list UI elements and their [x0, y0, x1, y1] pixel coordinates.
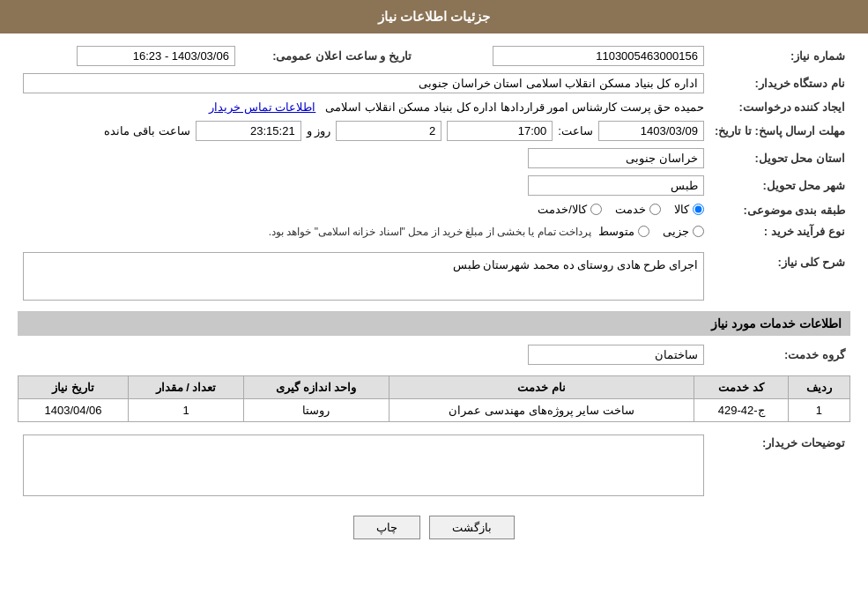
- category-radio-group: کالا خدمت کالا/خدمت: [538, 203, 704, 216]
- services-table: ردیف کد خدمت نام خدمت واحد اندازه گیری ت…: [18, 375, 850, 422]
- col-quantity: تعداد / مقدار: [129, 376, 244, 399]
- province-input: خراسان جنوبی: [528, 148, 704, 168]
- city-input: طبس: [528, 175, 704, 196]
- category-options: کالا خدمت کالا/خدمت: [18, 199, 709, 221]
- purchase-radio-motavasset[interactable]: [638, 226, 649, 237]
- buyer-notes-label: توضیحات خریدار:: [709, 431, 850, 502]
- city-value: طبس: [18, 172, 709, 199]
- table-row: 1ج-42-429ساخت سایر پروژه‌های مهندسی عمرا…: [19, 399, 850, 422]
- deadline-label: مهلت ارسال پاسخ: تا تاریخ:: [709, 117, 850, 145]
- buttons-row: بازگشت چاپ: [18, 516, 850, 539]
- col-code: کد خدمت: [694, 376, 788, 399]
- description-text: اجرای طرح هادی روستای ده محمد شهرستان طب…: [453, 258, 698, 271]
- city-label: شهر محل تحویل:: [709, 172, 850, 199]
- back-button[interactable]: بازگشت: [429, 516, 515, 539]
- service-group-value: ساختمان: [18, 341, 709, 368]
- services-section-header: اطلاعات خدمات مورد نیاز: [18, 311, 850, 336]
- category-option-kala-khadamat: کالا/خدمت: [538, 203, 602, 216]
- purchase-label-jozee: جزیی: [663, 225, 689, 238]
- contact-link[interactable]: اطلاعات تماس خریدار: [209, 100, 315, 114]
- category-label-khadamat: خدمت: [615, 203, 646, 216]
- col-row: ردیف: [788, 376, 849, 399]
- page-header: جزئیات اطلاعات نیاز: [0, 0, 868, 33]
- buyer-org-input: اداره کل بنیاد مسکن انقلاب اسلامی استان …: [23, 73, 704, 93]
- category-radio-khadamat[interactable]: [649, 204, 661, 215]
- deadline-date: 1403/03/09: [598, 121, 704, 141]
- purchase-type-row: جزیی متوسط پرداخت تمام یا بخشی از مبلغ خ…: [18, 221, 709, 241]
- announcement-date-label: تاریخ و ساعت اعلان عمومی:: [241, 42, 417, 70]
- creator-value: حمیده حق پرست کارشناس امور قراردادها ادا…: [18, 97, 709, 117]
- need-number-value: 1103005463000156: [417, 42, 709, 70]
- purchase-radio-group: جزیی متوسط: [598, 225, 704, 238]
- category-radio-kala[interactable]: [693, 204, 704, 215]
- service-group-table: گروه خدمت: ساختمان: [18, 341, 850, 368]
- remaining-time: 23:15:21: [196, 121, 301, 141]
- deadline-row: 1403/03/09 ساعت: 17:00 2 روز و 23:15:21 …: [18, 117, 709, 145]
- deadline-time-label: ساعت:: [558, 124, 593, 137]
- service-group-label: گروه خدمت:: [709, 341, 850, 368]
- buyer-notes-table: توضیحات خریدار:: [18, 431, 850, 502]
- category-label-kala: کالا: [674, 203, 689, 216]
- buyer-notes-value-cell: [18, 431, 709, 502]
- description-table: شرح کلی نیاز: اجرای طرح هادی روستای ده م…: [18, 249, 850, 304]
- purchase-option-jozee: جزیی: [663, 225, 704, 238]
- description-value-cell: اجرای طرح هادی روستای ده محمد شهرستان طب…: [18, 249, 709, 304]
- category-label: طبقه بندی موضوعی:: [709, 199, 850, 221]
- category-label-kala-khadamat: کالا/خدمت: [538, 203, 587, 216]
- remaining-label: ساعت باقی مانده: [104, 124, 189, 137]
- announcement-date-value: 1403/03/06 - 16:23: [18, 42, 241, 70]
- buyer-notes-input[interactable]: [23, 434, 704, 496]
- category-option-kala: کالا: [674, 203, 704, 216]
- creator-label: ایجاد کننده درخواست:: [709, 97, 850, 117]
- col-name: نام خدمت: [389, 376, 694, 399]
- description-area: اجرای طرح هادی روستای ده محمد شهرستان طب…: [23, 252, 704, 301]
- purchase-type-label: نوع فرآیند خرید :: [709, 221, 850, 241]
- purchase-label-motavasset: متوسط: [598, 225, 634, 238]
- deadline-days: 2: [336, 121, 441, 141]
- need-number-label: شماره نیاز:: [709, 42, 850, 70]
- deadline-time: 17:00: [447, 121, 553, 141]
- buyer-org-value: اداره کل بنیاد مسکن انقلاب اسلامی استان …: [18, 70, 709, 97]
- purchase-option-motavasset: متوسط: [598, 225, 649, 238]
- service-group-input: ساختمان: [528, 345, 704, 365]
- announcement-date-input: 1403/03/06 - 16:23: [77, 46, 235, 66]
- purchase-note: پرداخت تمام یا بخشی از مبلغ خرید از محل …: [269, 226, 591, 238]
- category-option-khadamat: خدمت: [615, 203, 661, 216]
- category-radio-kala-khadamat[interactable]: [590, 204, 602, 215]
- creator-text: حمیده حق پرست کارشناس امور قراردادها ادا…: [325, 100, 704, 114]
- col-unit: واحد اندازه گیری: [243, 376, 389, 399]
- description-section-label: شرح کلی نیاز:: [709, 249, 850, 304]
- content-area: شماره نیاز: 1103005463000156 تاریخ و ساع…: [0, 33, 868, 557]
- page-title: جزئیات اطلاعات نیاز: [378, 9, 490, 24]
- main-info-table: شماره نیاز: 1103005463000156 تاریخ و ساع…: [18, 42, 850, 241]
- col-date: تاریخ نیاز: [19, 376, 129, 399]
- province-value: خراسان جنوبی: [18, 145, 709, 172]
- buyer-org-label: نام دستگاه خریدار:: [709, 70, 850, 97]
- print-button[interactable]: چاپ: [353, 516, 420, 539]
- province-label: استان محل تحویل:: [709, 145, 850, 172]
- page-wrapper: جزئیات اطلاعات نیاز شماره نیاز: 11030054…: [0, 0, 868, 609]
- purchase-radio-jozee[interactable]: [693, 226, 704, 237]
- deadline-days-label: روز و: [307, 124, 331, 137]
- need-number-input: 1103005463000156: [493, 46, 704, 66]
